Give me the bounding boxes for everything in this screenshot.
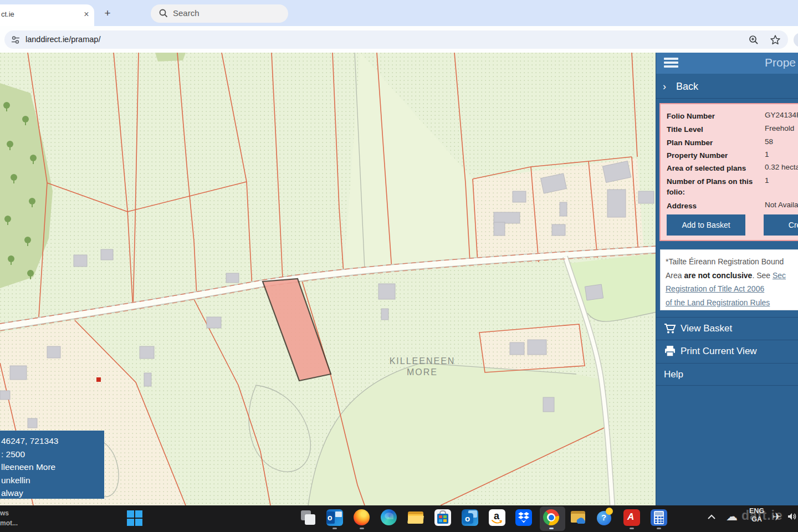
cart-icon [664,323,676,334]
sidebar-title: Prope [765,56,796,69]
title-act-link[interactable]: Registration of Title Act 2006 [666,284,764,293]
browser-toolbar: landdirect.ie/pramap/ [0,26,798,53]
detail-value: GY24134F [765,111,798,119]
daft-watermark: daft.ie [741,508,783,523]
microsoft-store-icon[interactable] [434,509,451,526]
firefox-icon[interactable] [354,509,370,526]
svg-text:KILLEENEEN: KILLEENEEN [390,356,456,366]
search-icon [158,8,168,18]
windows-taskbar: ws mot... [0,505,798,532]
sidebar-header: Prope [656,53,798,74]
taskbar-widget-text[interactable]: ws mot... [0,508,18,528]
detail-value: 0.32 hecta [765,163,798,171]
disclaimer-line2: Area [666,271,684,280]
url-bar[interactable]: landdirect.ie/pramap/ [4,30,788,49]
detail-value: 58 [765,137,773,146]
get-help-icon[interactable]: ? [597,509,613,526]
detail-label: Number of Plans on this folio: [667,176,760,197]
new-tab-button[interactable]: + [101,7,114,20]
menu-hamburger-icon[interactable] [664,58,678,69]
help-button[interactable]: Help [656,363,798,386]
disclaimer-line1: *Tailte Éireann Registration Bound [666,257,784,266]
detail-label: Property Number [667,150,760,161]
info-line-county: alway [1,487,101,500]
act-link[interactable]: Sec [773,271,786,280]
tray-chevron-up-icon[interactable] [707,514,716,520]
detail-label: Address [667,201,760,211]
browser-tab-strip: ct.ie × + [0,0,798,26]
detail-value: 1 [765,176,769,185]
zoom-in-icon[interactable] [748,34,760,46]
registration-disclaimer: *Tailte Éireann Registration Bound Area … [660,249,798,310]
calculator-icon[interactable] [651,509,667,526]
map-info-box: 46247, 721343 : 2500 lleeneen More unkel… [0,431,104,499]
info-line-coords: 46247, 721343 [1,434,101,448]
detail-label: Area of selected plans [667,163,760,173]
registration-rules-link[interactable]: of the Land Registration Rules [666,298,770,307]
onedrive-cloud-icon[interactable]: ☁ [726,510,738,523]
taskbar-search-box[interactable]: Search [151,4,288,23]
outlook-new-icon[interactable]: o [462,509,478,526]
detail-value: Not Availa [765,201,798,209]
profile-avatar[interactable] [794,33,798,47]
file-explorer-icon[interactable] [407,509,424,526]
chrome-icon[interactable] [543,509,560,526]
dropbox-icon[interactable] [515,509,532,526]
url-text[interactable]: landdirect.ie/pramap/ [25,35,100,44]
outlook-classic-icon[interactable]: o [326,509,343,526]
task-view-icon[interactable] [300,509,316,526]
map-red-marker [96,377,101,382]
detail-value: Freehold [765,124,794,132]
svg-text:MORE: MORE [407,367,438,377]
amazon-icon[interactable]: a [489,509,505,526]
info-line-townland: lleeneen More [1,461,101,474]
site-settings-icon[interactable] [10,34,21,45]
add-to-basket-button[interactable]: Add to Basket [667,214,745,236]
bookmark-star-icon[interactable] [769,34,781,46]
browser-tab[interactable]: ct.ie × [0,4,94,26]
start-button[interactable] [127,509,144,526]
tab-title: ct.ie [1,10,14,18]
property-sidebar: Prope › Back Folio Number GY24134F Title… [656,53,798,505]
volume-icon[interactable] [787,512,798,521]
detail-label: Title Level [667,124,760,135]
printer-icon [664,346,676,357]
acrobat-icon[interactable]: A [623,509,640,526]
detail-label: Plan Number [667,137,760,148]
view-basket-button[interactable]: View Basket [656,317,798,340]
create-button[interactable]: Crea [764,214,798,236]
detail-value: 1 [765,150,769,158]
print-current-view-button[interactable]: Print Current View [656,340,798,362]
info-line-barony: unkellin [1,474,101,487]
tab-close-icon[interactable]: × [81,9,92,20]
chevron-right-icon: › [663,81,666,93]
edge-icon[interactable] [381,509,397,526]
info-line-scale: : 2500 [1,448,101,461]
search-placeholder: Search [173,8,200,18]
property-details-panel: Folio Number GY24134F Title Level Freeho… [659,103,798,241]
onedrive-folder-icon[interactable] [570,509,586,526]
back-button[interactable]: › Back [656,76,798,99]
detail-label: Folio Number [667,111,760,121]
